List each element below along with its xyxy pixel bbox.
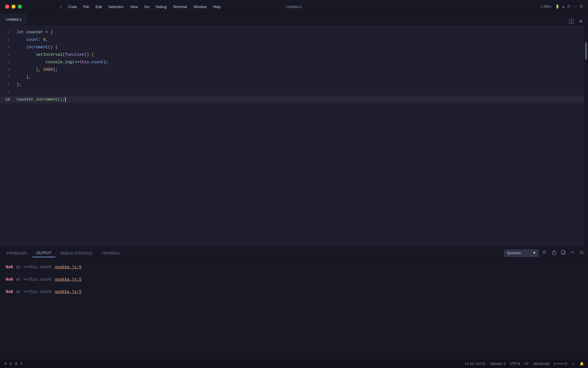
code-content-2: count: 0, (17, 36, 48, 43)
clock-icon: ⏱ (567, 5, 570, 9)
panel-tab-debug[interactable]: DEBUG CONSOLE (57, 250, 96, 257)
panel-tab-terminal[interactable]: TERMINAL (98, 250, 124, 257)
output-link-1[interactable]: quokka.js:5 (55, 264, 81, 271)
line-num-5: 5 (2, 60, 17, 64)
nan-2: NaN (6, 276, 13, 283)
menubar-extra: ⋯ (573, 5, 577, 9)
error-count[interactable]: 0 (10, 362, 12, 366)
menu-help[interactable]: Help (210, 3, 224, 10)
nan-3: NaN (6, 288, 13, 296)
line-num-6: 6 (2, 68, 17, 72)
scrollbar-thumb[interactable] (585, 42, 587, 60)
clear-output-icon[interactable] (541, 249, 548, 258)
line-num-3: 3 (2, 45, 17, 49)
titlebar-left (0, 5, 57, 9)
code-content-6: }, 1000); (17, 66, 58, 73)
menu-view[interactable]: View (127, 3, 141, 10)
dropdown-arrow-icon: ▼ (533, 251, 535, 255)
close-button[interactable] (5, 5, 9, 9)
smiley-icon[interactable]: ☺ (572, 362, 575, 366)
menu-debug[interactable]: Debug (153, 3, 169, 10)
dot-icon (579, 20, 582, 23)
editor-container: Untitled-1 1 let counter = { 2 (0, 14, 588, 368)
code-content-5: console.log(++this.count); (17, 58, 108, 66)
code-line-3: 3 increment() { (0, 43, 584, 51)
error-icon: ✕ (4, 362, 7, 366)
code-content-4: setInterval(function() { (17, 51, 94, 58)
vim-status: [-=====] (554, 362, 567, 366)
line-num-9: 9 (2, 90, 17, 94)
copy-icon[interactable] (560, 249, 567, 258)
lock-icon[interactable] (551, 249, 558, 258)
panel-tab-problems[interactable]: PROBLEMS (3, 250, 31, 257)
code-area[interactable]: 1 let counter = { 2 count: 0, 3 incremen… (0, 25, 584, 186)
nan-1: NaN (6, 264, 13, 271)
line-num-4: 4 (2, 53, 17, 57)
maximize-button[interactable] (18, 5, 22, 9)
output-link-2[interactable]: quokka.js:5 (55, 276, 81, 283)
line-num-1: 1 (2, 30, 17, 34)
line-num-10: 10 (2, 97, 17, 102)
traffic-lights (5, 5, 22, 9)
editor-body: 1 let counter = { 2 count: 0, 3 incremen… (0, 25, 588, 247)
svg-rect-0 (569, 19, 571, 24)
code-line-10: 10 counter.increment(); (0, 96, 584, 103)
titlebar-right: 1 KB/s↑ 🔋 ▴ ⏱ ⋯ ☰ (541, 5, 588, 9)
status-left: ✕ 0 ⚠ 0 (4, 362, 22, 366)
code-line-9: 9 (0, 88, 584, 96)
tab-bar: Untitled-1 (0, 14, 588, 25)
minimize-button[interactable] (11, 5, 16, 9)
output-line-3: NaN at ++this.count quokka.js:5 (6, 288, 582, 296)
code-content-8: }; (17, 81, 22, 88)
code-line-8: 8 }; (0, 81, 584, 88)
warning-icon: ⚠ (15, 362, 18, 366)
code-line-1: 1 let counter = { (0, 28, 584, 36)
scroll-up-icon[interactable] (569, 249, 576, 257)
titlebar:  Code File Edit Selection View Go Debug… (0, 0, 588, 14)
editor-tab-untitled[interactable]: Untitled-1 (0, 14, 28, 25)
code-line-5: 5 console.log(++this.count); (0, 58, 584, 66)
code-content-10: counter.increment(); (17, 96, 66, 103)
code-line-2: 2 count: 0, (0, 36, 584, 43)
bell-icon[interactable]: 🔔 (580, 362, 584, 366)
code-line-6: 6 }, 1000); (0, 66, 584, 73)
menu-edit[interactable]: Edit (93, 3, 105, 10)
panel-controls: Quokka ▼ (504, 249, 585, 258)
output-link-3[interactable]: quokka.js:5 (55, 288, 81, 296)
status-right: Ln 10, Col 21 Spaces: 2 UTF-8 LF JavaScr… (465, 362, 584, 366)
menu-apple[interactable]:  (57, 3, 65, 10)
split-editor-icon[interactable] (568, 18, 575, 25)
close-panel-icon[interactable] (578, 249, 585, 257)
output-line-1: NaN at ++this.count quokka.js:5 (6, 264, 582, 271)
spaces-indicator[interactable]: Spaces: 2 (490, 362, 506, 366)
code-content-1: let counter = { (17, 28, 53, 36)
scrollbar-track[interactable] (584, 25, 588, 247)
warning-count[interactable]: 0 (21, 362, 23, 366)
line-ending-indicator[interactable]: LF (525, 362, 529, 366)
menu-window[interactable]: Window (190, 3, 209, 10)
panel: PROBLEMS OUTPUT DEBUG CONSOLE TERMINAL Q… (0, 247, 588, 359)
quokka-label: Quokka (507, 251, 521, 255)
output-text-3: at ++this.count (16, 288, 52, 296)
battery-icon: 🔋 (555, 5, 560, 9)
svg-rect-1 (572, 19, 574, 24)
menu-selection[interactable]: Selection (105, 3, 126, 10)
language-indicator[interactable]: JavaScript (533, 362, 549, 366)
svg-rect-5 (552, 252, 556, 255)
encoding-indicator[interactable]: UTF-8 (510, 362, 520, 366)
menu-file[interactable]: File (80, 3, 92, 10)
code-line-7: 7 }, (0, 73, 584, 81)
panel-output-content: NaN at ++this.count quokka.js:5 NaN at +… (0, 259, 588, 359)
status-bar: ✕ 0 ⚠ 0 Ln 10, Col 21 Spaces: 2 UTF-8 LF… (0, 359, 588, 368)
line-num-2: 2 (2, 38, 17, 42)
panel-tab-output[interactable]: OUTPUT (32, 249, 55, 257)
menu-go[interactable]: Go (142, 3, 152, 10)
code-line-4: 4 setInterval(function() { (0, 51, 584, 58)
menu-code[interactable]: Code (65, 3, 80, 10)
line-col-indicator[interactable]: Ln 10, Col 21 (465, 362, 486, 366)
network-icon: 1 KB/s↑ (541, 5, 552, 9)
quokka-dropdown[interactable]: Quokka ▼ (504, 250, 539, 257)
line-num-7: 7 (2, 75, 17, 79)
output-line-2: NaN at ++this.count quokka.js:5 (6, 276, 582, 283)
menu-terminal[interactable]: Terminal (170, 3, 190, 10)
